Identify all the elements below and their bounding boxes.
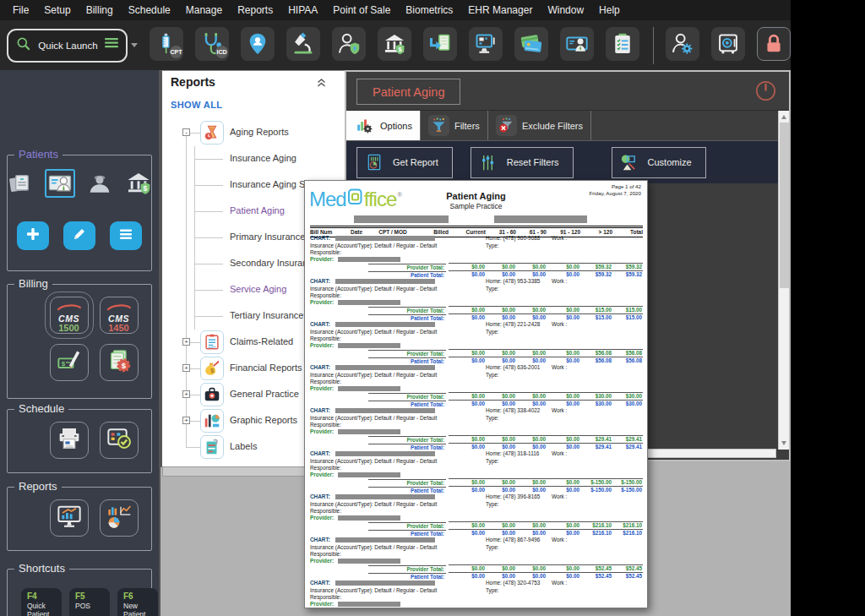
menu-reports[interactable]: Reports — [230, 0, 280, 20]
chart-label: CHART: — [310, 407, 330, 413]
tree-category-label: Claims-Related — [230, 336, 293, 346]
bank-deposit-icon[interactable]: $ — [378, 27, 411, 61]
patient-bank-icon[interactable]: $ — [124, 169, 153, 198]
check-writer-icon[interactable] — [560, 27, 594, 61]
patient-list-button[interactable] — [110, 221, 142, 250]
vertical-scrollbar[interactable] — [778, 111, 789, 450]
redaction-bar — [354, 215, 449, 223]
menu-manage[interactable]: Manage — [178, 0, 230, 20]
tree-expander-icon[interactable]: + — [182, 338, 190, 346]
provider-row: Provider: — [310, 515, 643, 522]
cms-1450-button[interactable]: CMS 1450 — [100, 297, 139, 334]
column-61-90: 61 - 90 — [516, 229, 547, 235]
tab-exclude-filters[interactable]: Exclude Filters — [488, 111, 591, 140]
report-monitor-button[interactable] — [50, 499, 89, 537]
close-power-icon[interactable] — [754, 79, 777, 102]
provider-total-label: Provider Total: — [310, 393, 449, 401]
menu-setup[interactable]: Setup — [36, 0, 78, 20]
tree-expander-icon[interactable]: + — [182, 417, 190, 424]
redaction-bar — [338, 429, 400, 434]
screen: FileSetupBillingScheduleManageReportsHIP… — [0, 0, 865, 616]
tree-category-aging-reports[interactable]: -Aging Reports — [162, 120, 345, 146]
shortcut-f4[interactable]: F4Quick Patient — [21, 588, 62, 616]
menu-schedule[interactable]: Schedule — [121, 0, 178, 20]
add-patient-button[interactable] — [17, 221, 49, 250]
sidebar: Patients $ — [0, 70, 160, 616]
menu-billing[interactable]: Billing — [79, 0, 121, 20]
column-total: Total — [612, 229, 643, 235]
chart-row: CHART:Home: (478) 636-2001Work : — [310, 364, 643, 372]
show-all-link[interactable]: SHOW ALL — [171, 100, 222, 110]
tree-expander-icon[interactable]: + — [182, 364, 190, 372]
guarantor-icon[interactable] — [85, 169, 114, 198]
task-clipboard-icon[interactable] — [606, 27, 639, 61]
collapse-panel-icon[interactable] — [317, 76, 326, 91]
report-charts-button[interactable] — [100, 499, 139, 537]
cms-1450-label: 1450 — [108, 323, 128, 333]
menu-biometrics[interactable]: Biometrics — [398, 0, 460, 20]
column-120: > 120 — [580, 229, 612, 235]
menu-window[interactable]: Window — [540, 0, 591, 20]
responsible-row: Responsible: — [310, 335, 643, 342]
window-title: Patient Aging — [373, 85, 444, 99]
tree-item-insurance-aging[interactable]: Insurance Aging — [162, 146, 345, 172]
chart-label: CHART: — [310, 364, 330, 370]
tab-filters[interactable]: Filters — [421, 111, 488, 140]
menu-ehr-manager[interactable]: EHR Manager — [460, 0, 540, 20]
tree-expander-icon[interactable]: - — [182, 128, 190, 136]
provider-total-row: Provider Total:$0.00$0.00$0.00$0.00$216.… — [310, 521, 643, 529]
statements-button[interactable]: $ — [100, 344, 139, 381]
patient-documents-icon[interactable] — [6, 169, 35, 198]
tab-options[interactable]: Options — [346, 111, 421, 140]
work-label: Work : — [552, 580, 567, 587]
schedule-section: Schedule — [7, 409, 152, 473]
scrollbar-thumb[interactable] — [780, 123, 789, 288]
provider-total-label: Provider Total: — [310, 350, 449, 357]
get-report-button[interactable]: Get Report — [356, 147, 453, 178]
edit-patient-button[interactable] — [63, 221, 95, 250]
redaction-bar — [335, 581, 435, 586]
reports-panel-title: Reports — [171, 75, 215, 89]
menu-help[interactable]: Help — [591, 0, 628, 20]
redaction-bar — [338, 515, 400, 521]
report-patient-block: CHART:Home: (478) 320-4753Work :Insuranc… — [310, 580, 643, 610]
tree-item-label: Insurance Aging — [230, 153, 296, 163]
quick-launch-caret-icon[interactable] — [131, 43, 138, 47]
menu-hipaa[interactable]: HIPAA — [280, 0, 325, 20]
redaction-bar — [338, 386, 400, 391]
icd-codes-icon[interactable]: ICD — [195, 27, 229, 61]
print-schedule-button[interactable] — [50, 422, 89, 459]
quick-launch-button[interactable]: Quick Launch — [7, 29, 128, 63]
cms-1500-button[interactable]: CMS 1500 — [50, 297, 89, 334]
import-export-icon[interactable] — [423, 27, 457, 61]
responsible-row: Responsible: — [310, 292, 643, 299]
provider-location-icon[interactable] — [241, 27, 275, 61]
appointments-button[interactable] — [100, 422, 139, 459]
user-settings-icon[interactable] — [666, 27, 699, 61]
tree-expander-icon[interactable]: + — [182, 390, 190, 398]
responsible-row: Responsible: — [310, 465, 643, 472]
lock-icon[interactable] — [757, 27, 791, 61]
scroll-down-icon[interactable] — [781, 441, 786, 445]
aging-icon — [200, 121, 224, 144]
tree-category-label: Labels — [230, 441, 257, 451]
lab-microscope-icon[interactable] — [286, 27, 320, 61]
menu-point-of-sale[interactable]: Point of Sale — [325, 0, 398, 20]
reset-filters-button[interactable]: Reset Filters — [471, 147, 574, 178]
vault-icon[interactable] — [711, 27, 745, 61]
print-check-button[interactable]: $ — [50, 344, 89, 381]
tab-options-label: Options — [380, 121, 412, 131]
report-patient-block: CHART:Home: (478) 338-4022Work :Insuranc… — [310, 407, 643, 450]
user-shield-icon[interactable] — [332, 27, 366, 61]
scroll-up-icon[interactable] — [781, 115, 786, 119]
provider-label: Provider: — [310, 342, 334, 348]
shortcut-f5[interactable]: F5POS — [69, 588, 110, 616]
customize-button[interactable]: Customize — [612, 147, 706, 178]
credit-card-icon[interactable] — [514, 27, 548, 61]
patient-card-icon[interactable] — [45, 169, 75, 198]
pos-terminal-icon[interactable] — [469, 27, 503, 61]
menu-file[interactable]: File — [5, 0, 36, 20]
insurance-label: Insurance (Account/Type): Default / Regu… — [310, 544, 437, 550]
shortcut-f6[interactable]: F6New Patient — [117, 588, 158, 616]
cpt-codes-icon[interactable]: CPT — [150, 27, 183, 61]
